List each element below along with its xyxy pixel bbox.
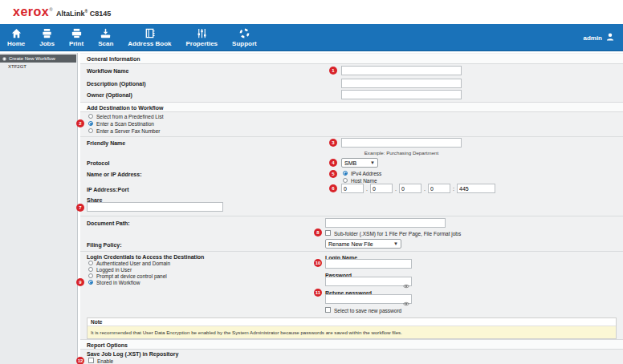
step-badge-7: 7: [76, 204, 84, 212]
protocol-value: SMB: [344, 160, 356, 166]
ip-separator: .: [424, 186, 426, 192]
predefined-list-radio[interactable]: [88, 114, 93, 119]
step-badge-9: 9: [76, 278, 84, 286]
ip-separator: .: [366, 186, 368, 192]
step-badge-10: 10: [314, 259, 322, 267]
ip-octet-4-input[interactable]: [428, 184, 450, 193]
friendly-name-hint: Example: Purchasing Department: [341, 150, 462, 156]
server-fax-label: Enter a Server Fax Number: [96, 128, 160, 134]
login-name-input[interactable]: [325, 259, 412, 269]
divider: [80, 216, 623, 216]
step-badge-1: 1: [329, 67, 337, 75]
product-model: C8145: [90, 10, 112, 18]
show-retype-password-icon[interactable]: [403, 296, 409, 302]
friendly-name-label: Friendly Name: [87, 140, 125, 146]
logged-in-user[interactable]: admin: [583, 24, 615, 51]
sidebar-item-create-new-workflow[interactable]: Create New Workflow: [0, 55, 76, 63]
enable-checkbox[interactable]: [88, 358, 94, 363]
step-badge-8: 8: [314, 229, 322, 237]
scan-icon: [100, 27, 112, 39]
port-input[interactable]: [457, 184, 495, 193]
ip-octet-3-input[interactable]: [399, 184, 421, 193]
credentials-title: Login Credentials to Access the Destinat…: [87, 254, 204, 260]
save-password-label: Select to save new password: [334, 308, 401, 313]
logged-in-user-label: Logged in User: [96, 267, 132, 273]
filing-policy-label: Filing Policy:: [87, 242, 122, 248]
workflow-name-label: Workflow Name: [87, 68, 128, 74]
main-navbar: Home Jobs Print Scan Address Book Proper…: [0, 24, 623, 51]
protocol-label: Protocol: [87, 160, 109, 166]
logo-registered-mark: ®: [49, 7, 53, 12]
owner-label: Owner (Optional): [87, 92, 132, 98]
host-name-radio[interactable]: [343, 178, 348, 183]
filing-policy-select[interactable]: Rename New File ▼: [325, 239, 401, 249]
document-path-label: Document Path:: [87, 220, 130, 226]
nav-label: Print: [69, 40, 83, 47]
server-fax-radio[interactable]: [88, 128, 93, 133]
stored-in-workflow-label: Stored in Workflow: [96, 280, 140, 285]
note-box: Note It is recommended that User Data En…: [87, 317, 617, 339]
save-password-checkbox[interactable]: [325, 307, 331, 313]
step-badge-4: 4: [329, 159, 337, 167]
address-book-icon: [144, 27, 156, 39]
share-input[interactable]: [87, 202, 223, 212]
ip-octet-2-input[interactable]: [370, 184, 393, 193]
nav-item-properties[interactable]: Properties: [179, 24, 226, 51]
subfolder-checkbox[interactable]: [325, 230, 331, 236]
logged-in-user-radio[interactable]: [88, 267, 93, 272]
nav-item-address-book[interactable]: Address Book: [120, 24, 178, 51]
chevron-down-icon: ▼: [393, 241, 398, 246]
sidebar-item-label: XTF2GT: [8, 64, 26, 69]
scan-destination-radio[interactable]: [88, 121, 93, 126]
workflow-icon: [2, 57, 6, 61]
show-password-icon[interactable]: [403, 278, 409, 285]
nav-label: Properties: [186, 40, 218, 47]
friendly-name-input[interactable]: [341, 138, 462, 148]
step-badge-11: 11: [314, 289, 322, 297]
owner-input[interactable]: [341, 90, 462, 99]
password-input[interactable]: [325, 277, 412, 286]
filing-policy-value: Rename New File: [328, 241, 373, 247]
predefined-list-label: Select from a Predefined List: [96, 114, 163, 119]
nav-label: Home: [7, 40, 25, 47]
workflow-form: General Information Workflow Name 1 Desc…: [78, 53, 623, 364]
protocol-select[interactable]: SMB ▼: [341, 158, 378, 168]
section-report-options: Report Options: [80, 339, 623, 350]
port-separator: :: [453, 186, 454, 192]
nav-item-support[interactable]: Support: [225, 24, 264, 51]
document-path-input[interactable]: [325, 218, 446, 228]
authenticated-user-radio[interactable]: [88, 261, 93, 265]
print-icon: [71, 27, 83, 39]
top-header: xerox® AltaLink® C8145: [0, 0, 623, 24]
nav-label: Jobs: [39, 40, 55, 47]
nav-label: Scan: [98, 40, 113, 47]
scan-destination-label: Enter a Scan Destination: [96, 121, 154, 127]
xerox-logo-text: xerox: [13, 5, 49, 18]
nav-item-home[interactable]: Home: [0, 24, 32, 51]
nav-item-print[interactable]: Print: [62, 24, 91, 51]
user-icon: [605, 32, 615, 43]
stored-in-workflow-radio[interactable]: [88, 280, 93, 285]
prompt-panel-radio[interactable]: [88, 273, 93, 278]
retype-password-input[interactable]: [325, 294, 412, 304]
ip-port-label: IP Address:Port: [87, 187, 129, 192]
product-name: AltaLink® C8145: [56, 9, 111, 18]
product-family: AltaLink: [56, 10, 85, 18]
sidebar-item-workflow[interactable]: XTF2GT: [0, 64, 77, 69]
step-badge-5: 5: [329, 170, 337, 178]
nav-item-scan[interactable]: Scan: [91, 24, 120, 51]
description-input[interactable]: [341, 79, 462, 88]
ipv4-radio[interactable]: [343, 171, 348, 176]
properties-icon: [196, 27, 208, 39]
step-badge-3: 3: [329, 139, 337, 147]
nav-item-jobs[interactable]: Jobs: [32, 24, 62, 51]
note-text: It is recommended that User Data Encrypt…: [88, 326, 616, 338]
workflow-name-input[interactable]: [341, 66, 462, 75]
product-registered-mark: ®: [85, 9, 88, 14]
nav-label: Address Book: [128, 40, 171, 47]
subfolder-label: Sub-folder (.XSM) for 1 File Per Page, F…: [334, 231, 461, 237]
note-title: Note: [88, 318, 616, 326]
authenticated-user-label: Authenticated User and Domain: [96, 261, 170, 266]
ip-octet-1-input[interactable]: [341, 184, 364, 193]
section-add-destination: Add Destination to Workflow: [80, 102, 623, 112]
